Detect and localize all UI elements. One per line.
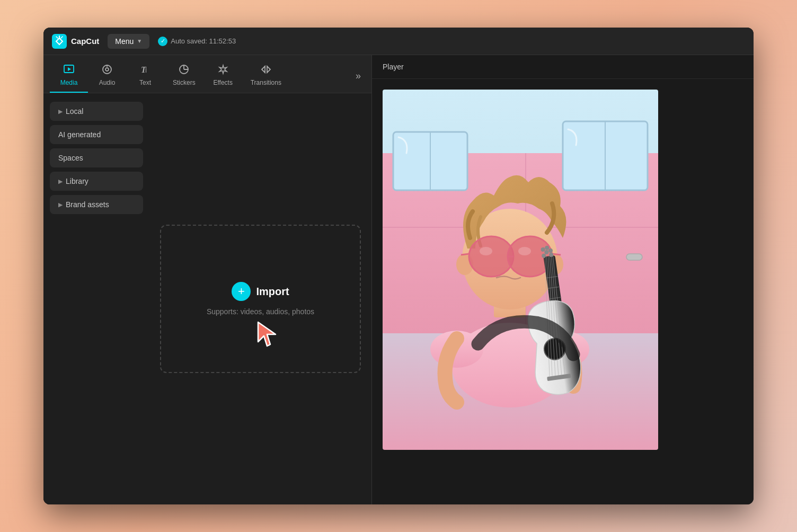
tab-stickers[interactable]: Stickers	[164, 59, 204, 93]
logo-area: CapCut	[52, 34, 99, 49]
toolbar-tabs: Media Audio	[43, 55, 371, 93]
import-label: Import	[256, 286, 289, 298]
svg-point-4	[105, 68, 109, 71]
svg-rect-17	[626, 254, 642, 260]
tab-audio[interactable]: Audio	[88, 59, 126, 93]
svg-point-32	[518, 247, 531, 255]
right-panel: Player	[372, 55, 754, 504]
titlebar: CapCut Menu ▼ ✓ Auto saved: 11:52:53	[43, 28, 754, 55]
logo-text: CapCut	[71, 37, 99, 46]
tab-stickers-label: Stickers	[173, 79, 196, 86]
effects-tab-icon	[217, 64, 229, 77]
left-panel: Media Audio	[43, 55, 372, 504]
sidebar-item-library[interactable]: ▶ Library	[50, 172, 143, 191]
media-tab-icon	[63, 64, 75, 77]
tab-transitions[interactable]: Transitions	[242, 59, 290, 93]
app-window: CapCut Menu ▼ ✓ Auto saved: 11:52:53	[43, 28, 754, 504]
menu-button[interactable]: Menu ▼	[108, 34, 149, 49]
sidebar-item-brand-assets-label: Brand assets	[66, 200, 109, 209]
tab-text[interactable]: T I Text	[126, 59, 164, 93]
player-header: Player	[372, 55, 754, 79]
tab-transitions-label: Transitions	[251, 79, 281, 86]
import-plus-icon: +	[232, 282, 251, 301]
player-image	[383, 90, 658, 450]
stickers-tab-icon	[178, 64, 190, 77]
player-scene-svg	[383, 90, 658, 450]
svg-point-27	[469, 236, 513, 277]
cursor-pointer-icon	[255, 320, 282, 351]
sidebar-item-ai-generated[interactable]: AI generated	[50, 125, 143, 144]
sidebar-item-local[interactable]: ▶ Local	[50, 102, 143, 121]
import-button[interactable]: + Import	[232, 282, 289, 301]
svg-line-29	[461, 254, 469, 255]
library-arrow-icon: ▶	[58, 178, 63, 185]
left-inner: ▶ Local AI generated Spaces ▶ Library	[43, 93, 371, 504]
import-subtitle: Supports: videos, audios, photos	[207, 307, 314, 316]
import-dropzone[interactable]: + Import Supports: videos, audios, photo…	[160, 225, 361, 373]
capcut-logo-icon	[52, 34, 67, 49]
menu-chevron-icon: ▼	[137, 38, 142, 44]
autosave-check-icon: ✓	[158, 37, 167, 46]
svg-text:I: I	[145, 67, 147, 74]
sidebar-item-ai-label: AI generated	[58, 130, 101, 139]
local-arrow-icon: ▶	[58, 108, 63, 115]
import-plus-symbol: +	[238, 285, 245, 298]
tab-effects[interactable]: Effects	[204, 59, 242, 93]
svg-marker-2	[68, 67, 71, 71]
autosave-text: Auto saved: 11:52:53	[171, 37, 236, 45]
main-content: Media Audio	[43, 55, 754, 504]
sidebar-item-spaces[interactable]: Spaces	[50, 148, 143, 167]
tab-media[interactable]: Media	[50, 59, 88, 93]
tab-audio-label: Audio	[99, 79, 116, 86]
sidebar-item-local-label: Local	[66, 107, 83, 116]
text-tab-icon: T I	[139, 64, 151, 77]
tab-media-label: Media	[60, 79, 78, 86]
sidebar-item-brand-assets[interactable]: ▶ Brand assets	[50, 195, 143, 214]
tab-effects-label: Effects	[213, 79, 232, 86]
autosave-badge: ✓ Auto saved: 11:52:53	[158, 37, 236, 46]
sidebar-nav: ▶ Local AI generated Spaces ▶ Library	[43, 93, 149, 504]
sidebar-item-library-label: Library	[66, 177, 88, 185]
player-title: Player	[383, 63, 404, 71]
tab-more-button[interactable]: »	[351, 66, 365, 86]
sidebar-item-spaces-label: Spaces	[58, 154, 83, 162]
tab-text-label: Text	[139, 79, 151, 86]
import-area: + Import Supports: videos, audios, photo…	[149, 93, 371, 504]
transitions-tab-icon	[260, 64, 272, 77]
svg-point-31	[480, 247, 492, 255]
audio-tab-icon	[101, 64, 113, 77]
brand-assets-arrow-icon: ▶	[58, 201, 63, 208]
menu-label: Menu	[115, 37, 134, 46]
player-content	[372, 79, 754, 504]
svg-line-30	[552, 254, 561, 255]
